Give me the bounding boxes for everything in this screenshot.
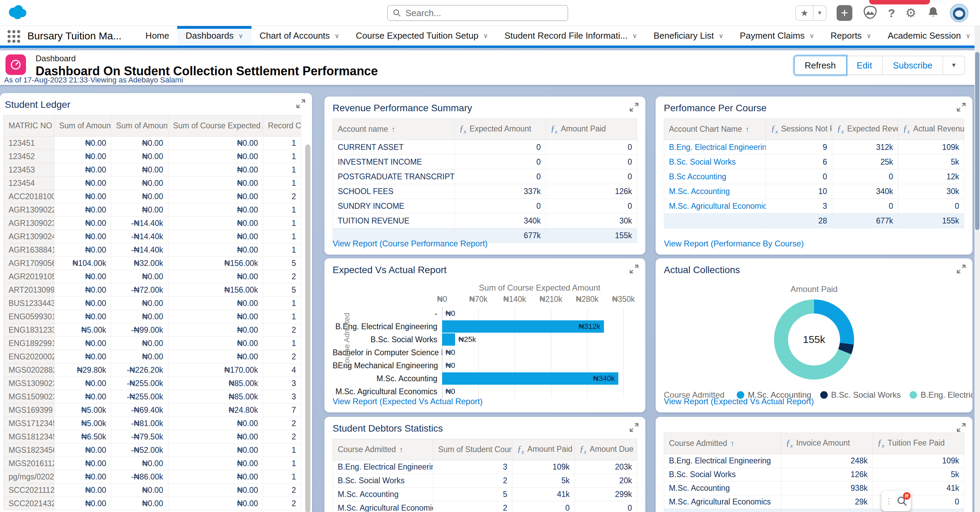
trailhead-icon[interactable] xyxy=(862,5,878,21)
favorites-star-icon[interactable]: ★ xyxy=(795,5,813,21)
column-header[interactable]: Course Admitted↑ xyxy=(664,433,781,454)
column-header[interactable]: Sum of Amount D... xyxy=(111,115,168,137)
nav-tab-chart-of-accounts[interactable]: Chart of Accounts∨ xyxy=(251,26,348,46)
column-header[interactable]: MATRIC NO↑ xyxy=(4,115,54,137)
nav-tab-dashboards[interactable]: Dashboards∨ xyxy=(177,26,251,46)
column-header[interactable]: ƒxExpected Amount xyxy=(454,119,546,140)
table-cell: 3 xyxy=(263,390,301,404)
column-header[interactable]: Course Admitted↑ xyxy=(333,439,433,460)
table-cell: ₦5.00k xyxy=(54,417,111,430)
view-report-link[interactable]: View Report (Course Performance Report) xyxy=(332,239,488,248)
table-cell: TUITION REVENUE xyxy=(333,213,455,228)
column-header[interactable]: ƒxSessions Not Paid xyxy=(766,119,832,140)
column-header-label: Sessions Not Paid xyxy=(781,124,832,133)
expand-icon[interactable] xyxy=(629,264,639,274)
bar-track: ₦0 xyxy=(442,359,637,372)
notifications-bell-icon[interactable] xyxy=(927,6,940,20)
view-report-link[interactable]: View Report (Expected Vs Actual Report) xyxy=(664,397,814,406)
table-scrollbar-thumb[interactable] xyxy=(305,145,310,512)
table-cell: 3 xyxy=(263,377,301,390)
table-cell[interactable]: B.Sc Accounting xyxy=(664,169,766,184)
view-report-link[interactable]: View Report (Performance By Course) xyxy=(664,239,804,248)
chevron-down-icon[interactable]: ∨ xyxy=(483,32,488,40)
nav-tab-academic-session[interactable]: Academic Session∨ xyxy=(880,26,978,46)
table-cell[interactable]: M.Sc. Accounting xyxy=(664,184,766,199)
user-avatar[interactable] xyxy=(950,4,968,22)
table-cell: AGR2019105 xyxy=(4,270,54,283)
expand-icon[interactable] xyxy=(956,264,966,274)
column-header[interactable]: ƒxAmount Due xyxy=(574,439,637,460)
global-search xyxy=(387,5,568,21)
table-cell: 123452 xyxy=(4,150,54,163)
page-scrollbar-thumb[interactable] xyxy=(975,52,979,230)
bar-track: ₦0 xyxy=(442,307,637,320)
column-header[interactable]: Sum of Course Expected Amou... xyxy=(168,115,263,137)
table-row: TUITION REVENUE340k30k xyxy=(333,213,637,228)
table-cell: ₦0.00 xyxy=(111,176,168,190)
expand-icon[interactable] xyxy=(956,422,966,432)
nav-tab-label: Dashboards xyxy=(185,30,233,41)
more-actions-caret-icon[interactable]: ▼ xyxy=(943,56,965,75)
chevron-down-icon[interactable]: ∨ xyxy=(632,32,637,40)
help-icon[interactable]: ? xyxy=(888,6,895,20)
nav-tab-course-expected-tuition-setup[interactable]: Course Expected Tuition Setup∨ xyxy=(348,26,496,46)
drag-handle-icon[interactable]: ⋮ xyxy=(885,496,893,506)
table-cell: ₦0.00 xyxy=(111,310,168,323)
favorites-caret-icon[interactable]: ▼ xyxy=(813,5,826,21)
column-header[interactable]: ƒxTuition Fee Paid xyxy=(873,433,964,454)
setup-gear-icon[interactable]: ⚙ xyxy=(905,6,916,20)
subscribe-button[interactable]: Subscribe xyxy=(883,56,943,75)
edit-button[interactable]: Edit xyxy=(846,56,883,75)
table-cell: ₦0.00 xyxy=(168,163,263,176)
table-header-row: Account Chart Name↑ƒxSessions Not Paidƒx… xyxy=(664,119,964,140)
nav-tab-payment-claims[interactable]: Payment Claims∨ xyxy=(732,26,822,46)
magnifier-tool-icon[interactable]: R xyxy=(896,495,908,507)
nav-tab-student-record-file-informati[interactable]: Student Record File Informati...∨ xyxy=(496,26,645,46)
chevron-down-icon[interactable]: ∨ xyxy=(239,32,243,40)
nav-tab-reports[interactable]: Reports∨ xyxy=(822,26,880,46)
chevron-down-icon[interactable]: ∨ xyxy=(866,32,871,40)
table-cell: 41k xyxy=(512,488,574,501)
column-header[interactable]: ƒxAmount Paid xyxy=(512,439,574,460)
table-cell: -₦14.40k xyxy=(111,217,168,230)
column-header[interactable]: ƒxActual Revenue xyxy=(898,119,964,140)
table-cell[interactable]: M.Sc. Agricultural Economics xyxy=(664,199,766,213)
expand-icon[interactable] xyxy=(629,422,639,432)
column-header[interactable]: Sum of Student Count xyxy=(433,439,512,460)
column-header[interactable]: Sum of Amount P... xyxy=(54,115,111,137)
nav-tab-beneficiary-list[interactable]: Beneficiary List∨ xyxy=(645,26,732,46)
bar[interactable] xyxy=(442,333,455,346)
view-report-link[interactable]: View Report (Expected Vs Actual Report) xyxy=(332,397,482,406)
chevron-down-icon[interactable]: ∨ xyxy=(809,32,814,40)
table-cell: 10 xyxy=(766,184,832,199)
panel-title: Actual Collections xyxy=(664,264,964,275)
column-header[interactable]: ƒxInvoice Amount xyxy=(781,433,873,454)
column-header[interactable]: Record Count xyxy=(263,115,301,137)
chevron-down-icon[interactable]: ∨ xyxy=(335,32,339,40)
column-header[interactable]: ƒxAmount Paid xyxy=(546,119,637,140)
table-cell: 3 xyxy=(433,460,512,474)
bar[interactable] xyxy=(442,372,618,385)
chevron-down-icon[interactable]: ∨ xyxy=(719,32,723,40)
nav-tab-home[interactable]: Home xyxy=(137,26,177,46)
column-header[interactable]: ƒxExpected Revenue xyxy=(832,119,898,140)
page-scrollbar[interactable] xyxy=(975,26,980,512)
table-cell[interactable]: B.Eng. Electrical Engineering xyxy=(664,140,766,155)
table-cell: 2 xyxy=(263,323,301,337)
expand-icon[interactable] xyxy=(296,99,306,109)
table-row: AGR1638841₦0.00-₦14.40k₦0.001 xyxy=(4,243,301,257)
legend-item[interactable]: B.Eng. Electrical Engineering xyxy=(910,390,972,400)
expand-icon[interactable] xyxy=(629,102,639,112)
column-header[interactable]: Account Chart Name↑ xyxy=(664,119,766,140)
expand-icon[interactable] xyxy=(956,102,966,112)
chevron-down-icon[interactable]: ∨ xyxy=(966,32,970,40)
column-header[interactable]: Account name↑ xyxy=(333,119,455,140)
table-cell[interactable]: B.Sc. Social Works xyxy=(664,155,766,169)
amount-paid-donut: 155k xyxy=(774,299,854,380)
table-cell: 0 xyxy=(454,169,546,184)
refresh-button[interactable]: Refresh xyxy=(794,56,846,75)
search-input[interactable] xyxy=(406,8,563,19)
app-launcher-icon[interactable] xyxy=(8,30,21,44)
quick-create-plus-icon[interactable]: + xyxy=(837,5,853,21)
legend-item[interactable]: B.Sc. Social Works xyxy=(820,390,901,400)
